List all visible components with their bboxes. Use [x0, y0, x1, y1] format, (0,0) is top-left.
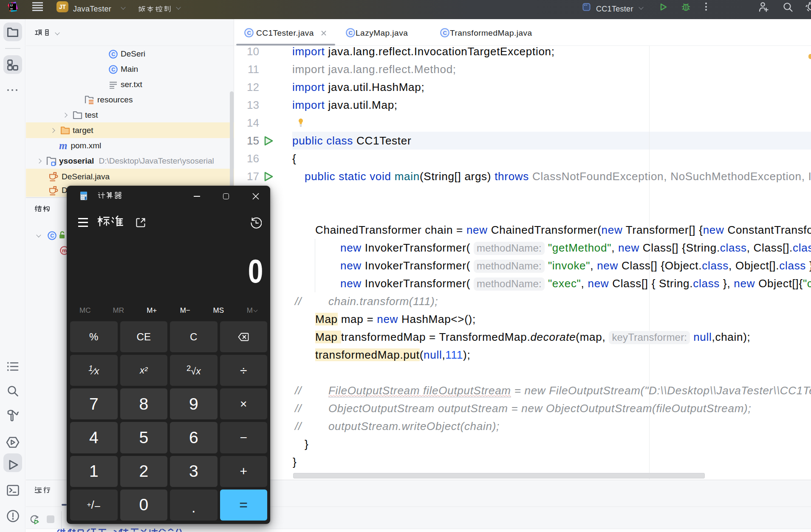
svg-text:C: C — [348, 30, 353, 36]
svg-text:C: C — [247, 30, 251, 36]
svg-text:C: C — [111, 67, 115, 73]
svg-text:IJ: IJ — [10, 4, 13, 7]
svg-text:m: m — [62, 247, 67, 254]
svg-text:C: C — [111, 51, 115, 57]
svg-text:C: C — [443, 30, 447, 36]
svg-text:C: C — [50, 233, 54, 239]
